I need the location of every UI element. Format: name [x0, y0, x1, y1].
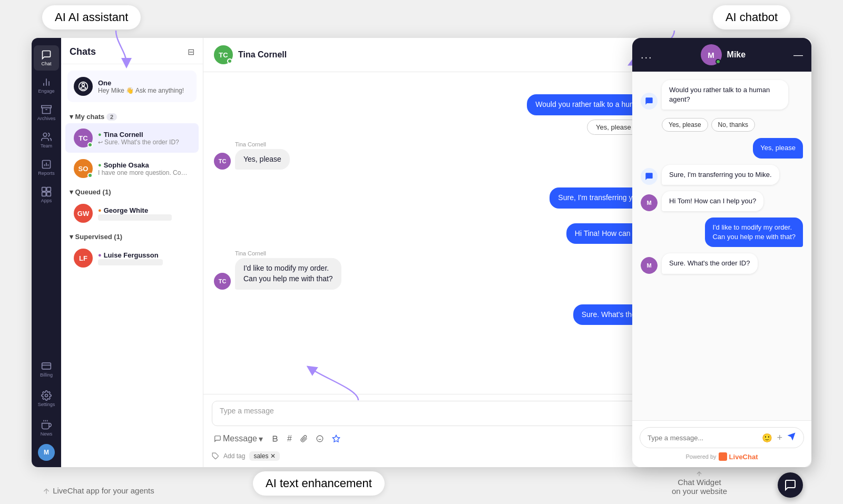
- ai-enhance-icon: [332, 434, 340, 443]
- george-last-msg: [98, 214, 172, 221]
- chat-item-luise[interactable]: LF ● Luise Fergusson: [65, 243, 199, 273]
- chatbot-minimize-btn[interactable]: —: [793, 50, 803, 61]
- queued-label: ▾ Queued (1): [70, 188, 111, 196]
- bold-btn[interactable]: [269, 433, 281, 444]
- archives-icon: [41, 104, 52, 115]
- tina-avatar: TC: [74, 129, 93, 147]
- filter-icon[interactable]: ⊟: [188, 47, 194, 57]
- user-avatar[interactable]: M: [38, 444, 55, 461]
- svg-rect-4: [47, 192, 51, 196]
- tina-msg-avatar: TC: [214, 153, 231, 170]
- cw-agent-bubble-2: Sure. What's the order ID?: [662, 253, 758, 273]
- sidebar-item-reports[interactable]: Reports: [34, 155, 59, 180]
- svg-point-6: [45, 394, 48, 397]
- remove-tag-btn[interactable]: ✕: [270, 452, 276, 460]
- my-chats-section[interactable]: ▾ My chats 2: [61, 108, 203, 123]
- sidebar-bottom: Billing Settings News M: [34, 355, 59, 461]
- sidebar-item-billing[interactable]: Billing: [34, 357, 59, 382]
- chat-main: TC Tina Cornell ··· ChatBot Would: [203, 38, 706, 467]
- bot-message: Hey Mike 👋 Ask me anything!: [98, 87, 184, 94]
- bot-msg-2-wrapper: ChatBot Sure, I'm transferring you to Mi…: [214, 176, 695, 209]
- chatbot-widget: ... M Mike — Would you rather talk to a …: [632, 38, 811, 467]
- cw-bot-msg-2: Sure, I'm transferring you to Mike.: [641, 165, 803, 185]
- cw-yes-btn[interactable]: Yes, please: [662, 118, 708, 132]
- livechat-logo: [719, 452, 727, 461]
- toolbar-left: Message ▾ #: [212, 432, 342, 446]
- bot-avatar: [74, 77, 93, 96]
- hashtag-btn[interactable]: #: [285, 432, 294, 446]
- tag-row: Add tag sales ✕: [212, 451, 697, 461]
- sophie-info: ● Sophie Osaka I have one more question.…: [98, 161, 190, 176]
- queued-section[interactable]: ▾ Queued (1): [61, 184, 203, 198]
- tag-icon: [212, 452, 219, 460]
- messages-area: ChatBot Would you rather talk to a human…: [203, 72, 705, 394]
- chat-header-user: TC Tina Cornell: [214, 45, 287, 64]
- tina-info: ● Tina Cornell ↩ Sure. What's the order …: [98, 131, 190, 146]
- emoji-icon-cw[interactable]: 🙂: [762, 433, 772, 443]
- billing-icon: [41, 361, 52, 371]
- send-icon-cw[interactable]: [787, 432, 796, 443]
- sidebar-item-apps[interactable]: Apps: [34, 182, 59, 207]
- chatbot-input[interactable]: [648, 434, 758, 442]
- bold-icon: [271, 435, 279, 442]
- supervised-section[interactable]: ▾ Supervised (1): [61, 229, 203, 243]
- chat-widget-icon[interactable]: [778, 472, 803, 498]
- message-type-btn[interactable]: Message ▾: [212, 432, 265, 446]
- tina-msg-avatar-2: TC: [214, 273, 231, 290]
- chat-widget-label: Chat Widgeton your website: [672, 469, 727, 496]
- cw-quick-replies: Yes, please No, thanks: [662, 118, 803, 132]
- livechat-app-label: LiveChat app for your agents: [42, 486, 154, 496]
- chat-input-toolbar: Message ▾ #: [212, 430, 697, 447]
- sidebar-item-news[interactable]: News: [34, 416, 59, 441]
- sidebar-item-chat[interactable]: Chat: [34, 45, 59, 71]
- attach-icon-cw[interactable]: +: [777, 432, 782, 443]
- engage-icon: [41, 77, 52, 87]
- chatbot-input-icons: 🙂 +: [762, 432, 796, 443]
- cw-agent-msg-2: M Sure. What's the order ID?: [641, 253, 803, 273]
- chatbot-header-dots[interactable]: ...: [641, 49, 653, 61]
- emoji-icon: [316, 435, 324, 442]
- sales-tag: sales ✕: [249, 451, 280, 461]
- up-arrow-icon-2: [695, 470, 703, 478]
- tina-name: ● Tina Cornell: [98, 131, 190, 139]
- cw-bot-bubble-2: Sure, I'm transferring you to Mike.: [662, 165, 779, 185]
- attachment-btn[interactable]: [298, 433, 310, 444]
- cw-no-btn[interactable]: No, thanks: [711, 118, 755, 132]
- chatbot-powered-by: Powered by LiveChat: [640, 452, 804, 461]
- bot-msg-1-wrapper: ChatBot Would you rather talk to a human…: [214, 83, 695, 135]
- sophie-avatar: SO: [74, 159, 93, 178]
- svg-rect-3: [42, 192, 46, 196]
- header-status-dot: [227, 58, 232, 64]
- ai-text-enhancement-label: AI text enhancement: [253, 471, 385, 496]
- chatbot-header-name: Mike: [727, 50, 746, 60]
- tina-bubble-2: I'd like to modify my order.Can you help…: [235, 258, 341, 289]
- bot-info: One Hey Mike 👋 Ask me anything!: [98, 79, 184, 94]
- sophie-status-dot: [87, 173, 93, 178]
- message-input[interactable]: Type a message: [212, 401, 697, 426]
- chat-item-george[interactable]: GW ● George White: [65, 199, 199, 228]
- tina-last-msg: ↩ Sure. What's the order ID?: [98, 139, 190, 146]
- chatbot-header: ... M Mike —: [632, 38, 811, 72]
- bot-card[interactable]: One Hey Mike 👋 Ask me anything!: [67, 71, 197, 102]
- cw-agent-avatar-1: M: [641, 194, 658, 211]
- cw-bot-icon-1: [641, 93, 658, 110]
- sidebar-item-settings[interactable]: Settings: [34, 386, 59, 411]
- cw-bot-icon-2: [641, 168, 658, 185]
- ai-chatbot-label: AI chatbot: [713, 5, 790, 29]
- cw-user-msg-2: I'd like to modify my order.Can you help…: [641, 218, 803, 247]
- emoji-btn[interactable]: [314, 433, 326, 444]
- chat-item-sophie[interactable]: SO ● Sophie Osaka I have one more questi…: [65, 154, 199, 183]
- sidebar-item-engage[interactable]: Engage: [34, 73, 59, 98]
- ai-enhance-btn[interactable]: [330, 432, 342, 445]
- ai-assistant-label: AI AI assistant: [42, 5, 141, 29]
- mike-msg-1-wrapper: Mike Hi Tina! How can I help you? M: [214, 215, 695, 244]
- supervised-label: ▾ Supervised (1): [70, 233, 122, 241]
- settings-icon: [41, 390, 52, 401]
- chat-bubble-icon: [784, 479, 797, 491]
- chatbot-input-area: 🙂 + Powered by LiveChat: [632, 420, 811, 467]
- sidebar-item-team[interactable]: Team: [34, 127, 59, 153]
- sidebar-item-archives[interactable]: Archives: [34, 100, 59, 125]
- svg-rect-1: [42, 187, 46, 192]
- chat-item-tina[interactable]: TC ● Tina Cornell ↩ Sure. What's the ord…: [65, 123, 199, 153]
- tina-bubble-1: Yes, please: [235, 149, 290, 170]
